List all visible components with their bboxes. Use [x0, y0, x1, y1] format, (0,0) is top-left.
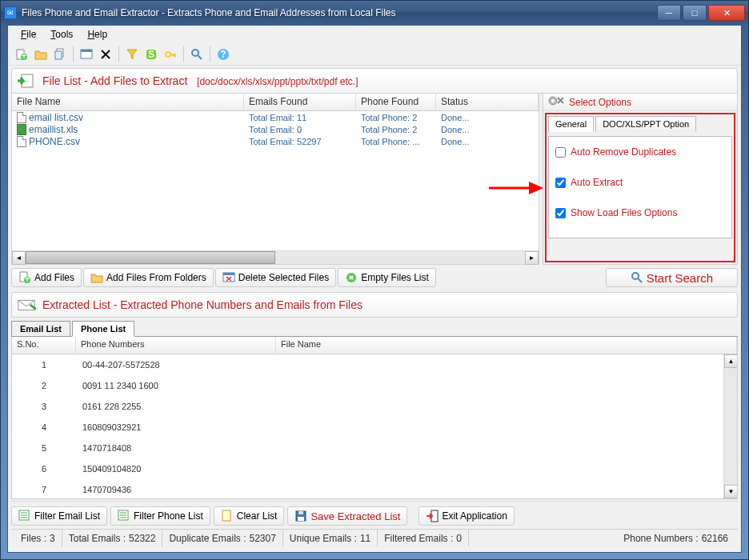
client-area: File Tools Help + S ?: [7, 25, 742, 553]
options-tabs: General DOC/XLS/PPT Option: [548, 116, 732, 132]
file-row[interactable]: emaillist.xls Total Email: 0 Total Phone…: [12, 123, 539, 135]
add-folders-button[interactable]: Add Files From Folders: [83, 268, 214, 287]
file-list-icon: [17, 73, 36, 89]
result-row[interactable]: 20091 11 2340 1600: [12, 375, 737, 396]
file-grid-body[interactable]: email list.csv Total Email: 11 Total Pho…: [12, 111, 539, 250]
svg-text:+: +: [24, 274, 30, 284]
xls-icon: [17, 124, 26, 135]
horizontal-scrollbar[interactable]: ◄ ►: [12, 250, 539, 264]
file-row[interactable]: PHONE.csv Total Email: 52297 Total Phone…: [12, 135, 539, 147]
tab-phone-list[interactable]: Phone List: [72, 321, 134, 337]
toolbar-skype-icon[interactable]: S: [142, 46, 160, 63]
result-row[interactable]: 4160809032921: [12, 417, 737, 438]
svg-point-9: [166, 52, 170, 57]
filter-email-button[interactable]: Filter Email List: [11, 506, 107, 526]
tab-doc-xls-ppt[interactable]: DOC/XLS/PPT Option: [595, 116, 696, 132]
scroll-up-icon[interactable]: ▲: [724, 354, 737, 368]
gear-icon: [548, 94, 564, 110]
close-button[interactable]: ✕: [708, 5, 745, 21]
content: File List - Add Files to Extract [doc/do…: [8, 66, 741, 552]
status-total-emails: Total Emails :52322: [62, 530, 163, 546]
save-icon: [294, 510, 307, 522]
separator: [210, 46, 210, 62]
clear-icon: [221, 510, 234, 522]
file-row[interactable]: email list.csv Total Email: 11 Total Pho…: [12, 111, 539, 123]
toolbar-add-file-icon[interactable]: +: [13, 46, 30, 63]
col-phone[interactable]: Phone Found: [356, 94, 436, 110]
window-buttons: ─ □ ✕: [657, 5, 745, 21]
filter-phone-button[interactable]: Filter Phone List: [110, 506, 210, 526]
toolbar-window-icon[interactable]: [78, 46, 95, 63]
add-file-icon: +: [18, 271, 31, 284]
clear-list-button[interactable]: Clear List: [214, 506, 285, 526]
lower-button-row: Filter Email List Filter Phone List Clea…: [11, 501, 738, 529]
toolbar-delete-icon[interactable]: [97, 46, 114, 63]
result-body[interactable]: 100-44-207-5572528 20091 11 2340 1600 30…: [12, 354, 737, 498]
col-emails[interactable]: Emails Found: [244, 94, 356, 110]
status-unique-emails: Unique Emails :11: [283, 530, 378, 546]
toolbar-filter-icon[interactable]: [123, 46, 141, 63]
status-duplicate-emails: Duplicate Emails :52307: [162, 530, 282, 546]
scroll-thumb[interactable]: [26, 251, 275, 264]
file-list-grid: File Name Emails Found Phone Found Statu…: [11, 94, 539, 265]
extracted-section: Extracted List - Extracted Phone Numbers…: [11, 292, 738, 499]
svg-rect-4: [55, 51, 62, 59]
scroll-down-icon[interactable]: ▼: [724, 485, 737, 498]
document-icon: [17, 112, 26, 123]
option-auto-extract: Auto Extract: [555, 177, 725, 188]
save-extracted-button[interactable]: Save Extracted List: [287, 506, 407, 526]
toolbar-search-icon[interactable]: [188, 46, 206, 63]
menu-help[interactable]: Help: [81, 27, 114, 42]
upper-row: File Name Emails Found Phone Found Statu…: [11, 94, 738, 265]
result-row[interactable]: 30161 228 2255: [12, 396, 737, 417]
statusbar: Files :3 Total Emails :52322 Duplicate E…: [11, 529, 738, 546]
maximize-button[interactable]: □: [683, 5, 707, 21]
checkbox-remove-duplicates[interactable]: [555, 147, 566, 158]
minimize-button[interactable]: ─: [657, 5, 681, 21]
col-file-name[interactable]: File Name: [276, 337, 737, 354]
checkbox-auto-extract[interactable]: [555, 178, 566, 188]
app-icon: ✉: [4, 6, 17, 19]
svg-point-22: [632, 273, 639, 279]
result-row[interactable]: 51470718408: [12, 438, 737, 458]
add-files-button[interactable]: + Add Files: [11, 268, 82, 287]
result-row[interactable]: 71470709436: [12, 479, 737, 498]
exit-icon: [426, 510, 439, 522]
scroll-left-icon[interactable]: ◄: [12, 251, 26, 265]
col-filename[interactable]: File Name: [12, 94, 244, 110]
empty-list-button[interactable]: Empty Files List: [338, 268, 436, 287]
toolbar-help-icon[interactable]: ?: [214, 46, 232, 63]
toolbar-copy-icon[interactable]: [51, 46, 69, 63]
result-grid: S.No. Phone Numbers File Name 100-44-207…: [11, 337, 738, 499]
file-button-row: + Add Files Add Files From Folders Delet…: [11, 265, 738, 290]
tab-email-list[interactable]: Email List: [11, 321, 70, 336]
svg-rect-28: [298, 511, 303, 514]
label-auto-extract: Auto Extract: [571, 177, 623, 188]
scroll-right-icon[interactable]: ►: [525, 251, 539, 265]
titlebar: ✉ Files Phone and Email Extractor - Extr…: [1, 1, 748, 25]
checkbox-show-load[interactable]: [555, 208, 566, 218]
col-phone-numbers[interactable]: Phone Numbers: [76, 337, 276, 354]
toolbar: + S ?: [8, 43, 741, 66]
window-title: Files Phone and Email Extractor - Extrac…: [22, 7, 657, 18]
options-panel: Select Options General DOC/XLS/PPT Optio…: [543, 94, 738, 265]
tab-general[interactable]: General: [548, 116, 594, 132]
toolbar-key-icon[interactable]: [162, 46, 179, 63]
result-row[interactable]: 100-44-207-5572528: [12, 354, 737, 375]
menu-file[interactable]: File: [14, 27, 42, 42]
start-search-button[interactable]: Start Search: [606, 268, 738, 287]
exit-button[interactable]: Exit Application: [419, 506, 514, 526]
col-status[interactable]: Status: [436, 94, 539, 110]
search-icon: [631, 271, 643, 284]
toolbar-add-folder-icon[interactable]: [32, 46, 50, 63]
options-content: Auto Remove Duplicates Auto Extract Show…: [548, 136, 732, 238]
svg-rect-6: [81, 50, 92, 52]
result-row[interactable]: 6150409104820: [12, 458, 737, 479]
col-sno[interactable]: S.No.: [12, 337, 76, 354]
separator: [118, 46, 119, 62]
delete-selected-button[interactable]: Delete Selected Files: [215, 268, 336, 287]
vertical-scrollbar[interactable]: ▲ ▼: [723, 354, 737, 498]
menu-tools[interactable]: Tools: [44, 27, 79, 42]
filter-icon: [18, 510, 31, 522]
empty-icon: [345, 271, 358, 284]
